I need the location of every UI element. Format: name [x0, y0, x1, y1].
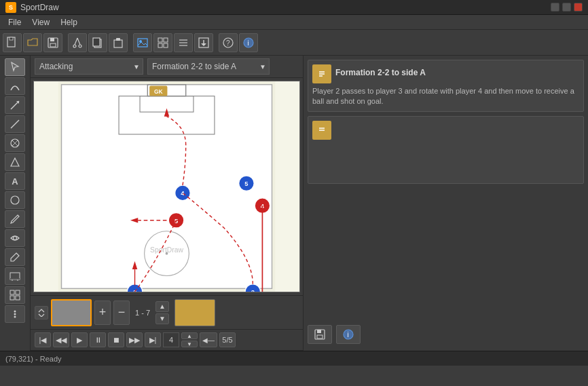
app-icon: S [5, 2, 16, 13]
category-dropdown[interactable]: Attacking Defending Set Pieces ▼ [35, 58, 143, 75]
window-controls[interactable] [551, 3, 583, 12]
anim-next-button[interactable]: ▶▶ [126, 332, 143, 347]
frame-range-label: 1 - 7 [135, 309, 150, 317]
tool-arrow[interactable] [5, 96, 25, 114]
svg-rect-42 [10, 296, 14, 300]
svg-rect-12 [116, 38, 120, 41]
svg-rect-18 [164, 43, 168, 47]
svg-point-5 [73, 45, 76, 47]
app-title: SportDraw [20, 3, 59, 12]
toolbar-save[interactable] [43, 33, 62, 52]
anim-last-button[interactable]: ▶| [145, 332, 161, 347]
sequence-remove-button[interactable]: − [113, 301, 130, 325]
sport-canvas[interactable]: GK SportDraw 4 5 [33, 81, 300, 292]
tool-eye[interactable] [5, 229, 25, 247]
tool-ball[interactable] [5, 134, 25, 152]
svg-rect-3 [50, 38, 54, 41]
svg-text:i: i [248, 39, 249, 47]
svg-rect-4 [50, 43, 56, 47]
frame-inc-button[interactable]: ▲ [181, 332, 198, 339]
svg-rect-11 [114, 40, 122, 47]
maximize-button[interactable] [562, 3, 571, 12]
menu-view[interactable]: View [26, 16, 55, 28]
anim-prev-button[interactable]: ◀◀ [53, 332, 69, 347]
svg-text:4: 4 [181, 189, 185, 197]
canvas-container[interactable]: GK SportDraw 4 5 [31, 78, 303, 295]
svg-rect-40 [10, 290, 14, 294]
right-save-button[interactable] [308, 325, 332, 344]
anim-stop-button[interactable]: ⏹ [108, 332, 124, 347]
right-info-button[interactable]: i [336, 325, 361, 344]
sequence-panel: + − 1 - 7 ▲ ▼ [31, 295, 303, 329]
center-area: Attacking Defending Set Pieces ▼ Formati… [31, 56, 303, 351]
svg-rect-17 [158, 43, 162, 47]
sequence-thumb-2[interactable] [174, 299, 215, 326]
tool-text[interactable]: A [5, 172, 25, 190]
svg-marker-33 [11, 158, 19, 166]
tool-pen[interactable] [5, 210, 25, 228]
title-bar: S SportDraw [0, 0, 588, 15]
tool-grid-view[interactable] [5, 286, 25, 304]
toolbar-info[interactable]: i [239, 33, 258, 52]
toolbar-new[interactable] [3, 33, 22, 52]
frame-number-input[interactable] [163, 332, 179, 347]
minimize-button[interactable] [551, 3, 559, 12]
svg-text:?: ? [226, 39, 230, 47]
anim-play-button[interactable]: ▶ [71, 332, 88, 347]
formation-select[interactable]: Formation 2-2 to side A Formation 1-3-2 … [147, 58, 270, 75]
sequence-expand-button[interactable] [35, 306, 48, 320]
svg-point-44 [14, 311, 16, 313]
anim-pause-button[interactable]: ⏸ [90, 332, 106, 347]
svg-point-6 [79, 45, 81, 47]
svg-rect-1 [10, 37, 13, 40]
toolbar-grid[interactable] [153, 33, 172, 52]
category-select[interactable]: Attacking Defending Set Pieces [35, 58, 143, 75]
formation-dropdown[interactable]: Formation 2-2 to side A Formation 1-3-2 … [147, 58, 270, 75]
toolbar-cut[interactable] [68, 33, 87, 52]
tool-line[interactable] [5, 115, 25, 133]
main-area: A Attacking Defendin [0, 56, 588, 351]
toolbar: ? i [0, 30, 588, 56]
svg-line-31 [11, 120, 19, 128]
svg-line-7 [75, 38, 77, 45]
sequence-add-button[interactable]: + [94, 301, 111, 325]
frame-up-button[interactable]: ▲ [155, 301, 169, 312]
toolbar-open[interactable] [23, 33, 42, 52]
right-panel-buttons: i [308, 325, 584, 347]
svg-text:5: 5 [244, 180, 248, 187]
anim-step-back-button[interactable]: ◀— [200, 332, 217, 347]
toolbar-help[interactable]: ? [219, 33, 238, 52]
card1-text: Player 2 passes to player 3 and rotate w… [312, 86, 579, 107]
menu-file[interactable]: File [3, 16, 26, 28]
svg-marker-24 [201, 43, 206, 46]
toolbar-list[interactable] [174, 33, 193, 52]
menu-bar: File View Help [0, 15, 588, 30]
animation-controls: |◀ ◀◀ ▶ ⏸ ⏹ ▶▶ ▶| ▲ ▼ ◀— 5/5 [31, 329, 303, 351]
close-button[interactable] [574, 3, 583, 12]
tool-pencil[interactable] [5, 248, 25, 266]
dropdowns-row: Attacking Defending Set Pieces ▼ Formati… [31, 56, 303, 78]
sequence-thumb-1[interactable] [51, 299, 92, 326]
tool-dots[interactable] [5, 305, 25, 323]
tool-circle[interactable] [5, 191, 25, 209]
svg-point-46 [14, 316, 16, 318]
info-card-1: Formation 2-2 to side A Player 2 passes … [308, 60, 584, 112]
tool-curve[interactable] [5, 77, 25, 95]
toolbar-export[interactable] [194, 33, 213, 52]
tool-select[interactable] [5, 58, 25, 76]
toolbar-copy[interactable] [88, 33, 107, 52]
svg-line-8 [77, 38, 80, 45]
menu-help[interactable]: Help [55, 16, 83, 28]
svg-rect-41 [16, 290, 20, 294]
tool-media[interactable] [5, 267, 25, 285]
toolbar-image[interactable] [133, 33, 152, 52]
anim-first-button[interactable]: |◀ [35, 332, 51, 347]
svg-rect-43 [16, 296, 20, 300]
frame-down-button[interactable]: ▼ [155, 313, 169, 324]
frame-dec-button[interactable]: ▼ [181, 341, 198, 347]
card1-icon [312, 64, 331, 83]
card2-icon [312, 121, 331, 140]
toolbar-paste[interactable] [109, 33, 128, 52]
svg-rect-91 [317, 330, 321, 333]
tool-triangle[interactable] [5, 153, 25, 171]
